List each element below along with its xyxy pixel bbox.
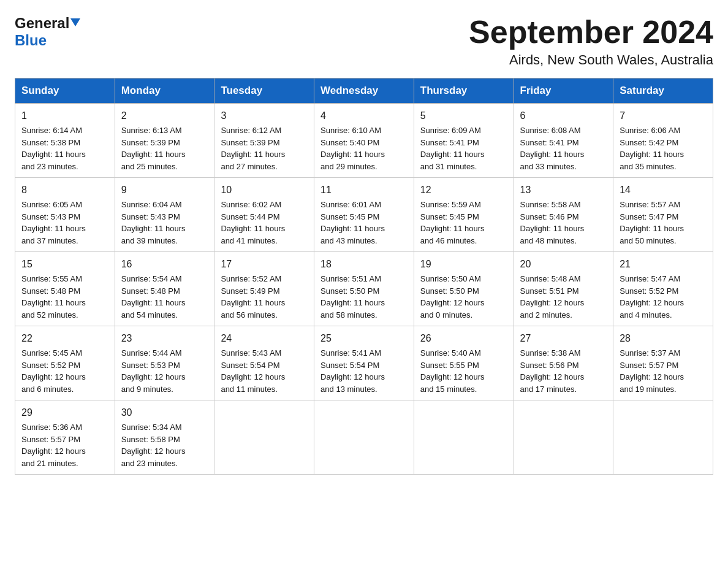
day-info: Sunrise: 5:48 AMSunset: 5:51 PMDaylight:… <box>520 274 585 320</box>
day-number: 26 <box>420 331 507 346</box>
calendar-day-cell: 22 Sunrise: 5:45 AMSunset: 5:52 PMDaylig… <box>15 326 115 400</box>
day-info: Sunrise: 5:54 AMSunset: 5:48 PMDaylight:… <box>121 274 186 320</box>
calendar-day-cell: 10 Sunrise: 6:02 AMSunset: 5:44 PMDaylig… <box>214 178 314 252</box>
day-info: Sunrise: 5:50 AMSunset: 5:50 PMDaylight:… <box>420 274 485 320</box>
calendar-day-cell: 4 Sunrise: 6:10 AMSunset: 5:40 PMDayligh… <box>314 104 414 178</box>
calendar-day-cell <box>514 400 613 475</box>
day-number: 30 <box>121 405 208 420</box>
day-info: Sunrise: 5:43 AMSunset: 5:54 PMDaylight:… <box>221 348 285 394</box>
day-info: Sunrise: 6:09 AMSunset: 5:41 PMDaylight:… <box>420 126 485 171</box>
calendar-day-cell: 20 Sunrise: 5:48 AMSunset: 5:51 PMDaylig… <box>514 252 613 326</box>
page-header: General Blue September 2024 Airds, New S… <box>15 15 713 68</box>
day-number: 24 <box>221 331 308 346</box>
calendar-day-cell: 7 Sunrise: 6:06 AMSunset: 5:42 PMDayligh… <box>613 104 713 178</box>
day-number: 4 <box>320 109 408 123</box>
col-tuesday: Tuesday <box>214 79 314 104</box>
day-number: 18 <box>320 257 408 272</box>
day-info: Sunrise: 6:06 AMSunset: 5:42 PMDaylight:… <box>620 126 684 171</box>
calendar-day-cell <box>314 400 414 475</box>
day-info: Sunrise: 5:57 AMSunset: 5:47 PMDaylight:… <box>620 200 684 245</box>
day-info: Sunrise: 5:51 AMSunset: 5:50 PMDaylight:… <box>320 274 385 320</box>
day-number: 20 <box>520 257 607 272</box>
day-info: Sunrise: 6:12 AMSunset: 5:39 PMDaylight:… <box>221 126 285 171</box>
logo-triangle-icon <box>70 18 80 26</box>
day-info: Sunrise: 5:36 AMSunset: 5:57 PMDaylight:… <box>21 423 86 468</box>
day-number: 27 <box>520 331 607 346</box>
calendar-day-cell: 12 Sunrise: 5:59 AMSunset: 5:45 PMDaylig… <box>414 178 514 252</box>
day-info: Sunrise: 6:10 AMSunset: 5:40 PMDaylight:… <box>320 126 385 171</box>
day-number: 21 <box>620 257 707 272</box>
col-wednesday: Wednesday <box>314 79 414 104</box>
location-title: Airds, New South Wales, Australia <box>469 52 713 68</box>
calendar-day-cell: 16 Sunrise: 5:54 AMSunset: 5:48 PMDaylig… <box>115 252 214 326</box>
day-info: Sunrise: 6:14 AMSunset: 5:38 PMDaylight:… <box>21 126 86 171</box>
title-block: September 2024 Airds, New South Wales, A… <box>469 15 713 68</box>
calendar-week-2: 8 Sunrise: 6:05 AMSunset: 5:43 PMDayligh… <box>15 178 713 252</box>
calendar-day-cell: 6 Sunrise: 6:08 AMSunset: 5:41 PMDayligh… <box>514 104 613 178</box>
day-number: 23 <box>121 331 208 346</box>
calendar-day-cell: 2 Sunrise: 6:13 AMSunset: 5:39 PMDayligh… <box>115 104 214 178</box>
day-info: Sunrise: 6:13 AMSunset: 5:39 PMDaylight:… <box>121 126 186 171</box>
day-info: Sunrise: 5:44 AMSunset: 5:53 PMDaylight:… <box>121 348 186 394</box>
day-number: 1 <box>21 109 108 123</box>
calendar-day-cell: 8 Sunrise: 6:05 AMSunset: 5:43 PMDayligh… <box>15 178 115 252</box>
day-info: Sunrise: 5:58 AMSunset: 5:46 PMDaylight:… <box>520 200 585 245</box>
day-number: 8 <box>21 183 108 197</box>
calendar-day-cell: 15 Sunrise: 5:55 AMSunset: 5:48 PMDaylig… <box>15 252 115 326</box>
day-info: Sunrise: 6:01 AMSunset: 5:45 PMDaylight:… <box>320 200 385 245</box>
col-friday: Friday <box>514 79 613 104</box>
calendar-day-cell: 21 Sunrise: 5:47 AMSunset: 5:52 PMDaylig… <box>613 252 713 326</box>
day-info: Sunrise: 5:45 AMSunset: 5:52 PMDaylight:… <box>21 348 86 394</box>
col-saturday: Saturday <box>613 79 713 104</box>
day-number: 9 <box>121 183 208 197</box>
day-info: Sunrise: 5:47 AMSunset: 5:52 PMDaylight:… <box>620 274 684 320</box>
day-info: Sunrise: 6:08 AMSunset: 5:41 PMDaylight:… <box>520 126 585 171</box>
day-number: 2 <box>121 109 208 123</box>
calendar-week-3: 15 Sunrise: 5:55 AMSunset: 5:48 PMDaylig… <box>15 252 713 326</box>
day-number: 11 <box>320 183 408 197</box>
calendar-day-cell: 14 Sunrise: 5:57 AMSunset: 5:47 PMDaylig… <box>613 178 713 252</box>
day-number: 28 <box>620 331 707 346</box>
calendar-day-cell: 11 Sunrise: 6:01 AMSunset: 5:45 PMDaylig… <box>314 178 414 252</box>
day-info: Sunrise: 5:34 AMSunset: 5:58 PMDaylight:… <box>121 423 186 468</box>
calendar-week-4: 22 Sunrise: 5:45 AMSunset: 5:52 PMDaylig… <box>15 326 713 400</box>
calendar-day-cell: 3 Sunrise: 6:12 AMSunset: 5:39 PMDayligh… <box>214 104 314 178</box>
calendar-day-cell <box>214 400 314 475</box>
calendar-day-cell: 29 Sunrise: 5:36 AMSunset: 5:57 PMDaylig… <box>15 400 115 475</box>
day-number: 25 <box>320 331 408 346</box>
col-monday: Monday <box>115 79 214 104</box>
day-number: 19 <box>420 257 507 272</box>
month-title: September 2024 <box>469 15 713 50</box>
logo-blue-text: Blue <box>15 32 47 49</box>
calendar-table: Sunday Monday Tuesday Wednesday Thursday… <box>15 78 713 475</box>
calendar-day-cell: 23 Sunrise: 5:44 AMSunset: 5:53 PMDaylig… <box>115 326 214 400</box>
day-info: Sunrise: 5:37 AMSunset: 5:57 PMDaylight:… <box>620 348 684 394</box>
calendar-day-cell: 30 Sunrise: 5:34 AMSunset: 5:58 PMDaylig… <box>115 400 214 475</box>
calendar-week-5: 29 Sunrise: 5:36 AMSunset: 5:57 PMDaylig… <box>15 400 713 475</box>
day-number: 13 <box>520 183 607 197</box>
calendar-day-cell: 28 Sunrise: 5:37 AMSunset: 5:57 PMDaylig… <box>613 326 713 400</box>
calendar-header-row: Sunday Monday Tuesday Wednesday Thursday… <box>15 79 713 104</box>
calendar-day-cell: 27 Sunrise: 5:38 AMSunset: 5:56 PMDaylig… <box>514 326 613 400</box>
calendar-day-cell: 13 Sunrise: 5:58 AMSunset: 5:46 PMDaylig… <box>514 178 613 252</box>
calendar-week-1: 1 Sunrise: 6:14 AMSunset: 5:38 PMDayligh… <box>15 104 713 178</box>
day-info: Sunrise: 5:40 AMSunset: 5:55 PMDaylight:… <box>420 348 485 394</box>
calendar-day-cell: 25 Sunrise: 5:41 AMSunset: 5:54 PMDaylig… <box>314 326 414 400</box>
col-sunday: Sunday <box>15 79 115 104</box>
day-number: 5 <box>420 109 507 123</box>
calendar-day-cell: 24 Sunrise: 5:43 AMSunset: 5:54 PMDaylig… <box>214 326 314 400</box>
day-number: 12 <box>420 183 507 197</box>
day-number: 16 <box>121 257 208 272</box>
logo: General Blue <box>15 15 80 49</box>
day-number: 17 <box>221 257 308 272</box>
calendar-day-cell: 1 Sunrise: 6:14 AMSunset: 5:38 PMDayligh… <box>15 104 115 178</box>
day-info: Sunrise: 5:55 AMSunset: 5:48 PMDaylight:… <box>21 274 86 320</box>
col-thursday: Thursday <box>414 79 514 104</box>
day-number: 7 <box>620 109 707 123</box>
logo-general-text: General <box>15 15 80 32</box>
day-number: 29 <box>21 405 108 420</box>
day-info: Sunrise: 5:41 AMSunset: 5:54 PMDaylight:… <box>320 348 385 394</box>
day-number: 10 <box>221 183 308 197</box>
calendar-day-cell: 19 Sunrise: 5:50 AMSunset: 5:50 PMDaylig… <box>414 252 514 326</box>
day-number: 14 <box>620 183 707 197</box>
